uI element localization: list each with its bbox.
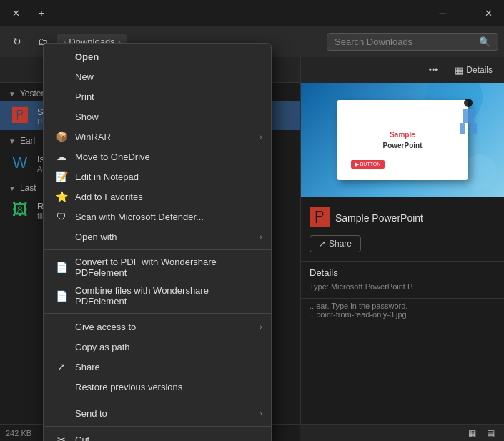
window-close-button[interactable]: ✕ <box>478 3 498 23</box>
context-menu: OpenNewPrintShow📦WinRAR›☁Move to OneDriv… <box>43 43 272 441</box>
context-menu-item[interactable]: Print <box>44 86 271 106</box>
ctx-item-icon: 📦 <box>55 130 68 143</box>
bottom-text: ...ear. Type in the password. <box>310 302 495 310</box>
powerpoint-text: PowerPoint <box>382 142 422 149</box>
toggle-yesterday[interactable]: ▼ <box>9 90 16 98</box>
ctx-item-label: Show <box>75 112 99 122</box>
context-menu-item[interactable]: ✂Cut <box>44 430 271 441</box>
share-button[interactable]: ↗ Share <box>310 235 361 252</box>
minimize-button[interactable]: ─ <box>433 3 453 23</box>
details-icon: ▦ <box>455 65 463 76</box>
context-menu-item[interactable]: 🛡Scan with Microsoft Defender... <box>44 207 271 227</box>
ppt-accent-btn: ▶ BUTTON <box>351 160 385 169</box>
close-button[interactable]: ✕ <box>6 3 26 23</box>
context-menu-separator <box>44 313 271 314</box>
submenu-arrow-icon: › <box>260 232 262 241</box>
context-menu-item[interactable]: ☁Move to OneDrive <box>44 147 271 167</box>
refresh-button[interactable]: ↻ <box>6 30 29 53</box>
grid-view-button[interactable]: ▦ <box>464 425 480 441</box>
sample-text: Sample <box>382 131 422 139</box>
ctx-item-label: Add to Favorites <box>75 192 143 202</box>
ctx-item-label: Copy as path <box>75 342 130 352</box>
maximize-button[interactable]: □ <box>455 3 475 23</box>
context-menu-item[interactable]: 📄Convert to PDF with Wondershare PDFelem… <box>44 253 271 282</box>
ctx-item-icon <box>55 50 68 63</box>
view-buttons: ▦ ▤ <box>300 424 504 441</box>
preview-area: Sample PowerPoint ▶ BUTTON <box>301 83 504 197</box>
svg-point-0 <box>464 99 473 107</box>
submenu-arrow-icon: › <box>260 132 262 141</box>
ctx-item-icon: 📄 <box>55 289 68 302</box>
ctx-item-icon: 🛡 <box>55 210 68 223</box>
file-docx-icon: W <box>9 152 31 174</box>
toggle-earlier[interactable]: ▼ <box>9 137 16 145</box>
context-menu-item[interactable]: 📄Combine files with Wondershare PDFeleme… <box>44 282 271 310</box>
context-menu-item[interactable]: Copy as path <box>44 337 271 357</box>
ctx-item-label: Open <box>75 51 99 62</box>
window-controls: ─ □ ✕ <box>433 3 498 23</box>
context-menu-item[interactable]: Send to› <box>44 403 271 423</box>
svg-rect-2 <box>460 123 465 134</box>
ctx-item-icon <box>55 407 68 420</box>
ctx-item-label: Send to <box>75 408 107 419</box>
title-bar: ✕ + ─ □ ✕ <box>0 0 504 26</box>
ctx-item-label: Give access to <box>75 322 136 332</box>
ctx-item-label: Scan with Microsoft Defender... <box>75 212 204 222</box>
file-detail-section: 🅿 Sample PowerPoint ↗ Share <box>301 197 504 262</box>
ctx-item-label: Edit in Notepad <box>75 172 139 182</box>
ctx-item-label: Convert to PDF with Wondershare PDFeleme… <box>75 257 260 278</box>
ctx-item-icon <box>55 380 68 393</box>
context-menu-item[interactable]: Open <box>44 46 271 66</box>
context-menu-item[interactable]: Open with› <box>44 227 271 247</box>
ctx-item-label: Print <box>75 91 94 102</box>
svg-rect-3 <box>471 123 477 134</box>
share-label: Share <box>329 239 352 249</box>
list-view-button[interactable]: ▤ <box>483 425 498 441</box>
context-menu-separator <box>44 400 271 400</box>
ctx-item-label: WinRAR <box>75 132 111 142</box>
context-menu-separator <box>44 249 271 250</box>
context-menu-item[interactable]: New <box>44 66 271 86</box>
section-earlier-label: Earl <box>20 136 35 146</box>
ppt-preview: Sample PowerPoint ▶ BUTTON <box>301 83 504 197</box>
ctx-item-label: Move to OneDrive <box>75 152 150 162</box>
file-detail-name: 🅿 Sample PowerPoint <box>310 206 495 229</box>
ctx-item-icon: ⭐ <box>55 190 68 203</box>
details-panel: Details Type: Microsoft PowerPoint P... <box>301 262 504 298</box>
context-menu-item[interactable]: Give access to› <box>44 317 271 337</box>
details-button[interactable]: ▦ Details <box>449 62 498 79</box>
title-bar-left: ✕ + <box>6 3 51 23</box>
figure-icon <box>454 97 490 140</box>
context-menu-item[interactable]: Restore previous versions <box>44 377 271 397</box>
context-menu-item[interactable]: ⭐Add to Favorites <box>44 187 271 207</box>
file-pptx-icon: 🅿 <box>9 104 31 127</box>
ctx-item-icon: ☁ <box>55 150 68 163</box>
context-menu-item[interactable]: 📝Edit in Notepad <box>44 167 271 187</box>
context-menu-item[interactable]: ↗Share <box>44 357 271 377</box>
details-label: Details <box>466 65 493 75</box>
bottom-file: ...point-from-read-only-3.jpg <box>310 310 495 319</box>
pptx-big-icon: 🅿 <box>310 206 330 229</box>
ctx-item-label: Combine files with Wondershare PDFelemen… <box>75 285 260 307</box>
toggle-last[interactable]: ▼ <box>9 184 16 192</box>
status-size: 242 KB <box>6 429 31 437</box>
more-options-button[interactable]: ••• <box>423 62 444 78</box>
search-input[interactable] <box>335 36 475 47</box>
ctx-item-icon <box>55 70 68 83</box>
ctx-item-icon <box>55 90 68 103</box>
new-tab-button[interactable]: + <box>31 3 51 23</box>
ctx-item-label: Cut <box>75 435 89 442</box>
ctx-item-label: Share <box>75 362 100 372</box>
submenu-arrow-icon: › <box>260 322 262 331</box>
right-panel: ••• ▦ Details Sample PowerPoint ▶ BUTTO <box>300 57 504 441</box>
ctx-item-icon: ✂ <box>55 433 68 441</box>
section-last-label: Last <box>20 183 36 193</box>
search-bar[interactable]: 🔍 <box>327 33 498 51</box>
context-menu-item[interactable]: Show <box>44 106 271 127</box>
ctx-item-icon <box>55 340 68 353</box>
ppt-slide: Sample PowerPoint ▶ BUTTON <box>337 100 469 180</box>
detail-filename: Sample PowerPoint <box>335 212 423 224</box>
ctx-item-icon: ↗ <box>55 360 68 373</box>
ctx-item-label: New <box>75 71 94 82</box>
context-menu-item[interactable]: 📦WinRAR› <box>44 127 271 147</box>
